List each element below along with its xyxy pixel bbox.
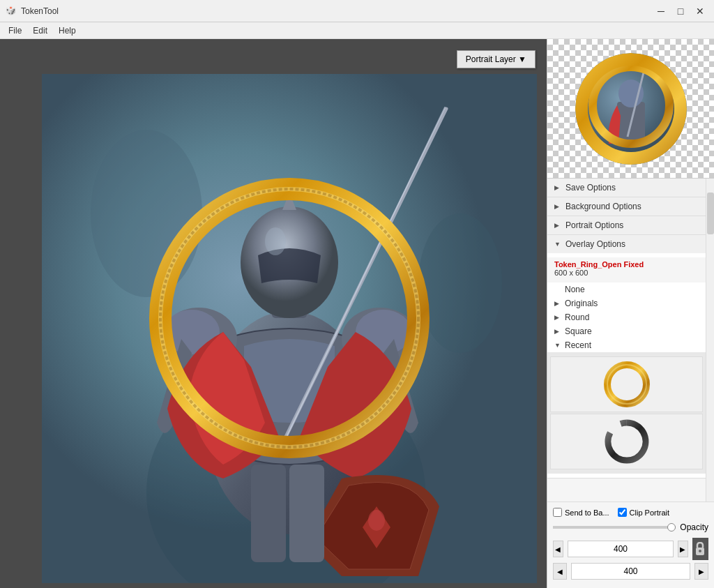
svg-rect-15 [251, 465, 286, 562]
overlay-options-label: Overlay Options [565, 239, 625, 249]
size1-input[interactable] [568, 541, 674, 557]
preview-token-image [575, 53, 687, 165]
background-options-header[interactable]: ▶ Background Options [547, 197, 706, 216]
knight-background [42, 74, 537, 583]
opacity-row: Opacity [553, 522, 708, 532]
tree-none-label: None [565, 285, 585, 294]
tree-square-label: Square [565, 326, 592, 336]
overlay-info: Token_Ring_Open Fixed 600 x 600 [547, 257, 706, 282]
scrollbar-thumb[interactable] [707, 193, 714, 234]
svg-point-13 [265, 227, 286, 255]
clip-portrait-checkbox[interactable] [618, 508, 627, 517]
overlay-size: 600 x 600 [554, 269, 699, 277]
window-controls: ─ □ ✕ [653, 4, 708, 18]
svg-point-29 [699, 550, 701, 552]
size-row-2: ◀ ▶ [553, 563, 708, 580]
opacity-label: Opacity [680, 522, 708, 532]
overlay-options-arrow: ▼ [554, 241, 561, 248]
send-to-background-checkbox[interactable] [553, 508, 562, 517]
tree-item-originals[interactable]: ▶ Originals [547, 296, 706, 310]
close-button[interactable]: ✕ [692, 4, 708, 18]
opacity-slider[interactable] [553, 526, 676, 529]
size2-input[interactable] [571, 563, 690, 580]
tree-item-round[interactable]: ▶ Round [547, 310, 706, 324]
size-row-1: ◀ ▶ [553, 538, 708, 560]
save-options-label: Save Options [565, 183, 616, 193]
gold-ring-thumb-svg [602, 360, 651, 409]
tree-square-arrow: ▶ [554, 328, 561, 335]
portrait-options-label: Portrait Options [565, 220, 623, 230]
token-preview [547, 39, 714, 179]
knight-canvas [42, 74, 537, 583]
menu-edit[interactable]: Edit [27, 24, 53, 37]
maximize-button[interactable]: □ [672, 4, 689, 18]
preview-ring-overlay [575, 53, 687, 165]
tree-originals-arrow: ▶ [554, 300, 561, 307]
tree-recent-arrow: ▼ [554, 342, 561, 349]
portrait-layer-button[interactable]: Portrait Layer ▼ [457, 50, 536, 68]
save-options-arrow: ▶ [554, 184, 561, 191]
background-options-section: ▶ Background Options [547, 197, 706, 216]
title-bar: 🎲 TokenTool ─ □ ✕ [0, 0, 714, 22]
size1-decrease-button[interactable]: ◀ [553, 541, 563, 557]
bottom-controls: Send to Ba... Clip Portrait Opacity ◀ ▶ [547, 502, 714, 588]
tree-recent-label: Recent [565, 340, 591, 350]
size2-decrease-button[interactable]: ◀ [553, 563, 567, 580]
overlay-filename: Token_Ring_Open Fixed [554, 260, 699, 269]
thumbnail-dark-ring[interactable] [550, 414, 703, 469]
background-options-arrow: ▶ [554, 203, 561, 210]
menu-file[interactable]: File [3, 24, 27, 37]
checkbox-row: Send to Ba... Clip Portrait [553, 508, 708, 517]
menu-help[interactable]: Help [53, 24, 82, 37]
app-icon: 🎲 [6, 6, 17, 17]
overlay-options-content: Token_Ring_Open Fixed 600 x 600 None ▶ O… [547, 253, 706, 478]
save-options-header[interactable]: ▶ Save Options [547, 179, 706, 197]
options-panel: ▶ Save Options ▶ Background Options ▶ Po [547, 179, 706, 502]
background-options-label: Background Options [565, 202, 641, 211]
size1-increase-button[interactable]: ▶ [678, 541, 688, 557]
canvas-area: Portrait Layer ▼ [0, 39, 547, 588]
tree-round-label: Round [565, 312, 589, 322]
scrollbar-track[interactable] [706, 179, 714, 502]
opacity-thumb [667, 523, 676, 532]
clip-portrait-label[interactable]: Clip Portrait [618, 508, 669, 517]
lock-aspect-button[interactable] [692, 538, 708, 560]
send-to-background-label[interactable]: Send to Ba... [553, 508, 609, 517]
overlay-options-section: ▼ Overlay Options Token_Ring_Open Fixed … [547, 235, 706, 478]
lock-icon [694, 542, 706, 556]
dark-ring-thumb-svg [602, 417, 651, 466]
svg-point-1 [91, 130, 202, 297]
recent-thumbnails [547, 352, 706, 474]
portrait-options-section: ▶ Portrait Options [547, 216, 706, 235]
tree-item-square[interactable]: ▶ Square [547, 324, 706, 338]
save-options-section: ▶ Save Options [547, 179, 706, 197]
svg-rect-16 [289, 465, 324, 562]
right-panel: ▶ Save Options ▶ Background Options ▶ Po [547, 39, 714, 588]
tree-item-none[interactable]: None [547, 282, 706, 296]
knight-illustration [42, 74, 537, 583]
tree-round-arrow: ▶ [554, 314, 561, 321]
svg-point-27 [607, 365, 646, 404]
portrait-options-header[interactable]: ▶ Portrait Options [547, 216, 706, 234]
size2-increase-button[interactable]: ▶ [694, 563, 708, 580]
thumbnail-gold-ring[interactable] [550, 356, 703, 412]
overlay-options-header[interactable]: ▼ Overlay Options [547, 235, 706, 253]
svg-point-2 [418, 213, 502, 353]
main-container: Portrait Layer ▼ [0, 39, 714, 588]
tree-originals-label: Originals [565, 299, 598, 308]
options-scroll-container: ▶ Save Options ▶ Background Options ▶ Po [547, 179, 714, 502]
tree-item-recent[interactable]: ▼ Recent [547, 338, 706, 352]
minimize-button[interactable]: ─ [653, 4, 669, 18]
menu-bar: File Edit Help [0, 22, 714, 39]
portrait-options-arrow: ▶ [554, 222, 561, 229]
svg-point-14 [368, 510, 385, 531]
app-title: TokenTool [21, 6, 653, 16]
